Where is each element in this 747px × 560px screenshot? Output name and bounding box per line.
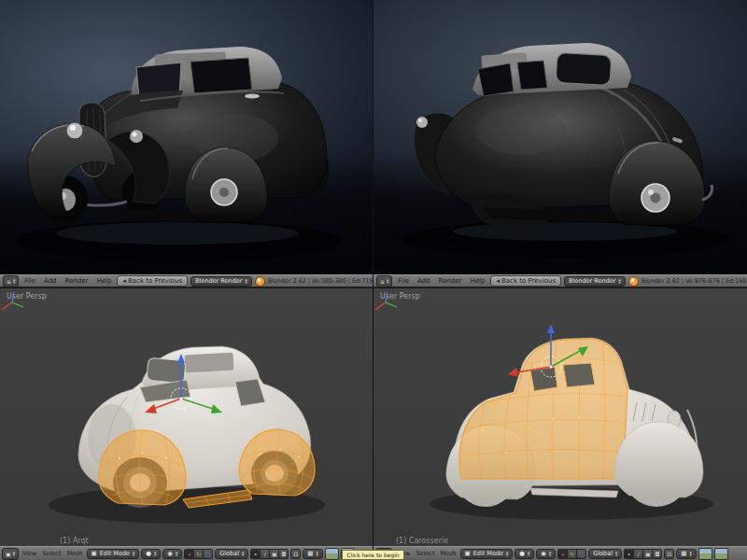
occlude-geometry-button[interactable]: ◘ [652,549,662,559]
shading-sphere-icon: ● [519,550,525,557]
car-render-front [0,0,374,274]
editor-type-button[interactable]: ▣ ▴▾ [2,548,19,560]
active-object-label: (1) Carosserie [396,537,448,545]
viewport-3d-right[interactable]: User Persp (1) Carosserie [374,287,747,547]
car-render-rear [374,0,747,274]
snap-target-dropdown[interactable]: ▦ ▴▾ [676,549,696,559]
menu-file[interactable]: File [395,277,412,285]
snap-target-icon: ▦ [307,550,313,557]
occlude-geometry-button[interactable]: ◘ [278,549,289,559]
viewport-shading-dropdown[interactable]: ● ▴▾ [141,549,161,559]
edit-mode-icon: ▣ [92,550,97,557]
blender-logo-icon [255,276,265,287]
click-here-tooltip[interactable]: Click here to begin [342,550,404,560]
menu-render[interactable]: Render [436,277,465,285]
menu-view[interactable]: View [21,550,38,557]
manipulator-toggle-group: + ↻ □ [184,549,213,559]
opengl-render-button[interactable] [698,548,712,560]
orientation-dropdown[interactable]: Global ▴▾ [588,549,622,559]
menu-mesh[interactable]: Mesh [64,550,84,557]
pivot-icon: ◉ [541,550,546,557]
mode-dropdown[interactable]: ▣ Edit Mode ▴▾ [87,549,140,559]
snap-magnet-button[interactable]: Ω [290,549,301,559]
viewport-3d-left[interactable]: User Persp (1) Arqt [0,287,374,547]
menu-help[interactable]: Help [468,277,488,285]
edit-mode-icon: ▣ [465,550,471,557]
render-engine-dropdown[interactable]: Blender Render ▴▾ [564,276,626,287]
menu-file[interactable]: File [21,277,38,285]
scene-stats: Blender 2.62 | Ve:876-876 | Ed:1682-1682… [641,277,747,285]
pivot-point-dropdown[interactable]: ◉ ▴▾ [162,549,182,559]
snap-target-dropdown[interactable]: ▦ ▴▾ [303,549,322,559]
render-engine-dropdown[interactable]: Blender Render ▴▾ [190,276,252,287]
selected-body-wireframe[interactable] [459,339,627,481]
editor-type-button[interactable]: ≡ ▴▾ [376,275,392,287]
view3d-editor-icon: ▣ [6,551,11,557]
render-image-front-view[interactable] [0,0,374,274]
active-object-label: (1) Arqt [60,537,89,545]
blender-app: ≡ ▴▾ File Add Render Help ◂ Back to Prev… [0,0,747,560]
editor-type-button[interactable]: ≡ ▴▾ [3,275,19,287]
pivot-point-dropdown[interactable]: ◉ ▴▾ [536,549,556,559]
orientation-dropdown[interactable]: Global ▴▾ [215,549,248,559]
back-to-previous-button[interactable]: ◂ Back to Previous [117,275,188,287]
back-arrow-icon: ◂ [122,277,126,286]
info-editor-icon: ≡ [380,278,385,285]
info-header-left: ≡ ▴▾ File Add Render Help ◂ Back to Prev… [0,274,374,287]
back-arrow-icon: ◂ [496,277,500,286]
pivot-icon: ◉ [167,550,173,557]
manipulator-toggle-group: + ↻ □ [557,549,586,559]
scale-manipulator-button[interactable]: □ [203,549,213,559]
info-header-right: ≡ ▴▾ File Add Render Help ◂ Back to Prev… [374,274,747,287]
mode-dropdown[interactable]: ▣ Edit Mode ▴▾ [460,549,514,559]
car-model-rear34 [0,288,374,547]
select-mode-group: ∙ / ▣ ◘ [624,549,662,559]
render-panel-front: ≡ ▴▾ File Add Render Help ◂ Back to Prev… [0,0,374,287]
viewport-shading-dropdown[interactable]: ● ▴▾ [514,549,534,559]
opengl-render-button[interactable] [325,548,339,560]
menu-help[interactable]: Help [94,277,115,285]
select-mode-group: ∙ / ▣ ◘ [250,549,289,559]
panel-divider [373,0,374,560]
menu-add[interactable]: Add [41,277,60,285]
render-panel-rear: ≡ ▴▾ File Add Render Help ◂ Back to Prev… [374,0,747,287]
shading-sphere-icon: ● [146,550,151,557]
viewport-header-right: ▣ ▴▾ View Select Mesh ▣ Edit Mode ▴▾ ● ▴… [374,546,747,560]
snap-target-icon: ▦ [681,550,686,557]
menu-select[interactable]: Select [40,550,63,557]
menu-add[interactable]: Add [415,277,433,285]
viewport-header-left: ▣ ▴▾ View Select Mesh ▣ Edit Mode ▴▾ ● ▴… [0,546,374,560]
info-editor-icon: ≡ [7,278,11,285]
menu-render[interactable]: Render [63,277,92,285]
axis-mini-gizmo [0,288,26,315]
back-to-previous-button[interactable]: ◂ Back to Previous [490,275,561,287]
menu-select[interactable]: Select [414,550,436,557]
opengl-render-anim-button[interactable] [714,548,728,560]
blender-logo-icon [628,276,639,287]
snap-magnet-button[interactable]: Ω [664,549,674,559]
menu-mesh[interactable]: Mesh [438,550,458,557]
car-model-side [374,288,747,547]
scale-manipulator-button[interactable]: □ [576,549,586,559]
axis-mini-gizmo [374,288,400,315]
scene-stats: Blender 2.62 | Ve:380-380 | Ed:715-715 |… [268,277,374,285]
render-image-rear-view[interactable] [374,0,747,274]
